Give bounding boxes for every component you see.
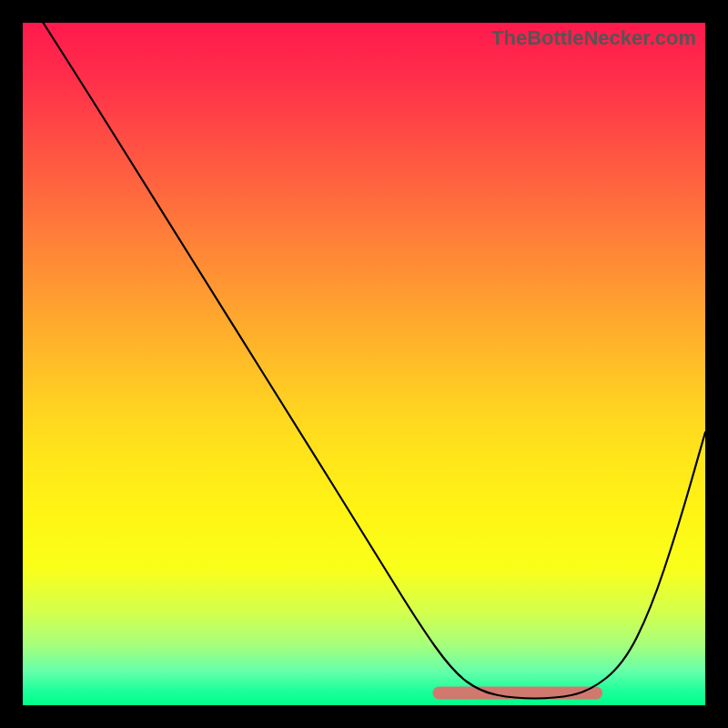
- chart-frame: TheBottleNecker.com: [0, 0, 728, 728]
- curve-overlay: [23, 23, 705, 705]
- plot-area: TheBottleNecker.com: [23, 23, 705, 705]
- bottleneck-curve: [44, 23, 706, 699]
